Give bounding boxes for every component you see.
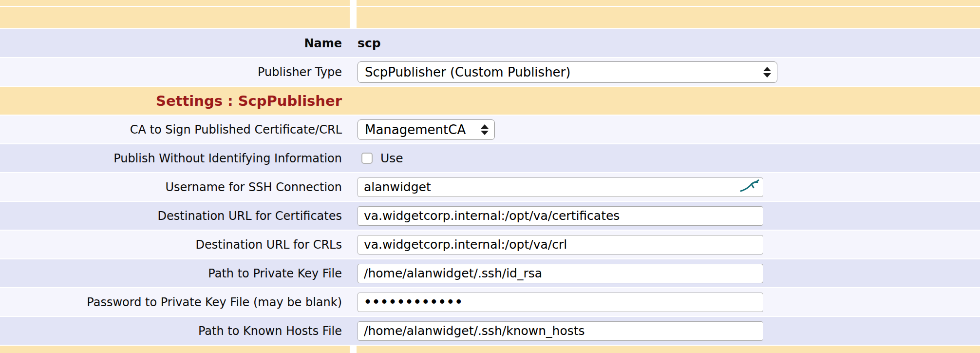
row-ca-to-sign: CA to Sign Published Certificate/CRL Man… bbox=[0, 116, 980, 143]
cert-destination-input[interactable] bbox=[358, 206, 763, 226]
use-checkbox-label: Use bbox=[380, 151, 403, 165]
footer-band-left bbox=[0, 346, 350, 353]
row-publisher-type: Publisher Type ScpPublisher (Custom Publ… bbox=[0, 58, 980, 86]
settings-section-heading: Settings : ScpPublisher bbox=[156, 93, 342, 109]
row-ssh-username: Username for SSH Connection bbox=[0, 173, 980, 201]
private-key-path-input[interactable] bbox=[358, 264, 763, 283]
known-hosts-path-label: Path to Known Hosts File bbox=[198, 324, 342, 338]
header-band-left bbox=[0, 7, 350, 28]
ca-to-sign-selected-option: ManagementCA bbox=[365, 122, 466, 137]
select-up-down-arrows-icon bbox=[763, 67, 771, 78]
row-name: Name scp bbox=[0, 29, 980, 57]
publisher-name-value: scp bbox=[358, 36, 381, 50]
edit-publisher-form: Name scp Publisher Type ScpPublisher (Cu… bbox=[0, 0, 980, 353]
ssh-username-label: Username for SSH Connection bbox=[165, 180, 342, 194]
footer-band bbox=[0, 346, 980, 353]
ca-to-sign-label: CA to Sign Published Certificate/CRL bbox=[130, 123, 342, 137]
known-hosts-path-input[interactable] bbox=[358, 321, 763, 341]
row-private-key-password: Password to Private Key File (may be bla… bbox=[0, 288, 980, 316]
header-band-right bbox=[357, 7, 980, 28]
select-up-down-arrows-icon bbox=[481, 124, 489, 135]
header-band-left bbox=[0, 0, 350, 6]
cert-destination-label: Destination URL for Certificates bbox=[158, 209, 342, 223]
row-known-hosts-path: Path to Known Hosts File bbox=[0, 317, 980, 345]
publish-without-identifying-info-label: Publish Without Identifying Information bbox=[113, 152, 342, 165]
row-publish-without-identifying-info: Publish Without Identifying Information … bbox=[0, 144, 980, 172]
ssh-username-input[interactable] bbox=[358, 177, 763, 197]
private-key-password-input[interactable] bbox=[358, 293, 763, 312]
publisher-type-select[interactable]: ScpPublisher (Custom Publisher) bbox=[358, 61, 777, 83]
row-crl-destination: Destination URL for CRLs bbox=[0, 231, 980, 258]
publisher-type-label: Publisher Type bbox=[258, 65, 342, 79]
ca-to-sign-select[interactable]: ManagementCA bbox=[358, 119, 495, 140]
publish-without-identifying-info-checkbox[interactable] bbox=[361, 153, 373, 164]
header-band-right bbox=[357, 0, 980, 6]
footer-band-right bbox=[357, 346, 980, 353]
header-band bbox=[0, 7, 980, 28]
row-settings-heading: Settings : ScpPublisher bbox=[0, 87, 980, 115]
row-private-key-path: Path to Private Key File bbox=[0, 259, 980, 287]
dashlane-autofill-icon[interactable] bbox=[740, 178, 759, 192]
crl-destination-label: Destination URL for CRLs bbox=[195, 238, 342, 252]
crl-destination-input[interactable] bbox=[358, 235, 763, 255]
private-key-path-label: Path to Private Key File bbox=[208, 267, 342, 280]
publisher-type-selected-option: ScpPublisher (Custom Publisher) bbox=[365, 65, 570, 79]
row-cert-destination: Destination URL for Certificates bbox=[0, 202, 980, 230]
name-label: Name bbox=[304, 37, 342, 50]
header-band-top bbox=[0, 0, 980, 6]
private-key-password-label: Password to Private Key File (may be bla… bbox=[87, 295, 342, 309]
